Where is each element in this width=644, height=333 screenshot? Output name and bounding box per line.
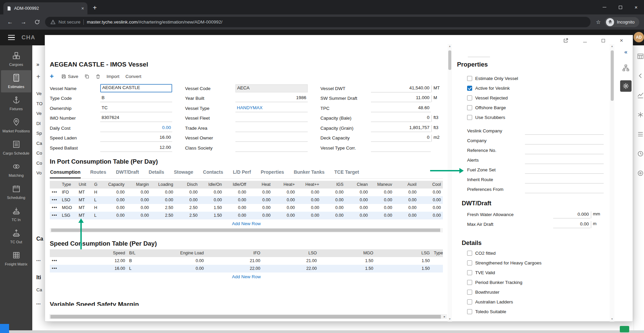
cell-type[interactable] xyxy=(432,257,443,265)
field-input[interactable] xyxy=(525,157,604,164)
field-input[interactable] xyxy=(525,137,604,144)
scroll-down-arrow[interactable]: ▼ xyxy=(449,317,451,322)
editor-tab[interactable]: Contacts xyxy=(203,168,224,178)
cell-unit[interactable]: MT xyxy=(77,189,92,196)
cell-lsg[interactable]: 1.50 xyxy=(375,265,432,273)
cell-heat-plus-plus[interactable]: 0.00 xyxy=(297,196,321,204)
field-input[interactable]: TC xyxy=(100,105,172,112)
cell-heat[interactable]: 0.00 xyxy=(248,204,272,212)
cell-idle-on[interactable]: 0.00 xyxy=(199,196,224,204)
field-input[interactable]: 0.000 xyxy=(553,211,590,218)
delete-icon[interactable] xyxy=(96,74,101,79)
cell-clean[interactable]: 0.00 xyxy=(345,189,370,196)
cell-type[interactable]: MGO xyxy=(60,204,77,212)
editor-tab[interactable]: Routes xyxy=(90,168,106,178)
cell-idle-on[interactable]: 0.00 xyxy=(199,189,224,196)
cell-capacity[interactable]: 0.00 xyxy=(102,204,126,212)
field-input[interactable] xyxy=(235,144,307,152)
add-new-row-link[interactable]: Add New Row xyxy=(50,220,443,227)
field-input[interactable] xyxy=(235,114,307,122)
field-input[interactable]: AECA xyxy=(235,84,307,92)
settings-panel-button[interactable] xyxy=(620,80,632,92)
bookmark-star-icon[interactable]: ☆ xyxy=(596,19,601,25)
cell-igs[interactable]: 0.00 xyxy=(321,189,345,196)
checkbox[interactable] xyxy=(467,309,472,314)
sidebar-item-tc-out[interactable]: TC Out xyxy=(1,225,31,248)
scroll-down-arrow[interactable]: ▼ xyxy=(611,317,613,322)
cell-lso[interactable]: 22.00 xyxy=(262,265,319,273)
checkbox-row[interactable]: Active for Veslink xyxy=(467,83,604,93)
modal-minimize-button[interactable] xyxy=(583,38,587,44)
cell-disch[interactable]: 2.50 xyxy=(175,212,199,219)
field-input[interactable]: 16.00 xyxy=(100,134,172,142)
cell-g[interactable]: L xyxy=(92,196,102,204)
cell-bl[interactable]: B xyxy=(127,257,148,265)
taskbar-app-blue[interactable] xyxy=(0,324,9,333)
copy-icon[interactable] xyxy=(84,74,89,79)
chart-icon[interactable] xyxy=(637,92,644,100)
speed-row[interactable]: ••• 12.00 B 0.00 21.00 21.00 1.50 1.50 xyxy=(50,257,443,265)
table-icon[interactable] xyxy=(637,53,644,61)
back-button[interactable]: ← xyxy=(5,17,15,28)
checkbox-row[interactable]: Use Scrubbers xyxy=(467,113,604,122)
scrollbar-thumb[interactable] xyxy=(50,315,441,319)
scroll-right-arrow[interactable]: ▸ xyxy=(442,315,447,318)
sidebar-item-matching[interactable]: Matching xyxy=(1,159,31,181)
browser-tab[interactable]: ADM-000992 × xyxy=(3,2,87,14)
field-input[interactable]: 48.60 xyxy=(371,105,431,112)
cell-clean[interactable]: 0.00 xyxy=(345,196,370,204)
cell-capacity[interactable]: 0.00 xyxy=(102,196,126,204)
field-input[interactable] xyxy=(235,134,307,142)
checkbox[interactable] xyxy=(467,260,472,265)
editor-tab[interactable]: L/D Perf xyxy=(233,168,252,178)
editor-tab[interactable]: DWT/Draft xyxy=(116,168,139,178)
cell-igs[interactable]: 0.00 xyxy=(321,204,345,212)
cell-heat-plus[interactable]: 0.00 xyxy=(272,204,297,212)
cell-cool[interactable]: 0.00 xyxy=(418,196,443,204)
checkbox[interactable] xyxy=(467,290,472,295)
cell-margin[interactable]: 0.00 xyxy=(126,196,151,204)
field-input[interactable] xyxy=(525,127,604,135)
field-input[interactable] xyxy=(525,186,604,193)
sidebar-item-scheduling[interactable]: Scheduling xyxy=(1,181,31,203)
cell-heat-plus-plus[interactable]: 0.00 xyxy=(297,189,321,196)
checkbox-row[interactable]: Toledo Suitable xyxy=(467,307,604,317)
modal-maximize-button[interactable] xyxy=(602,38,605,44)
field-input[interactable]: 8307624 xyxy=(100,114,172,122)
user-avatar[interactable]: AD xyxy=(634,32,644,42)
field-input[interactable]: B xyxy=(100,94,172,102)
cell-g[interactable]: H xyxy=(92,204,102,212)
cell-type[interactable]: LSG xyxy=(60,212,77,219)
checkbox-row[interactable]: Australian Ladders xyxy=(467,297,604,307)
cell-auxil[interactable]: 0.00 xyxy=(394,212,418,219)
cell-clean[interactable]: 0.00 xyxy=(345,204,370,212)
row-menu-icon[interactable]: ••• xyxy=(50,212,60,219)
checkbox[interactable] xyxy=(467,251,472,256)
cell-igs[interactable]: 0.00 xyxy=(321,196,345,204)
cell-idle-on[interactable]: 1.50 xyxy=(199,204,224,212)
cell-loading[interactable]: 2.50 xyxy=(151,204,175,212)
cell-heat-plus[interactable]: 0.00 xyxy=(272,189,297,196)
field-input[interactable]: 11.000 xyxy=(371,94,431,102)
cell-idle-off[interactable]: 0.00 xyxy=(224,189,248,196)
cell-maneuv[interactable]: 0.00 xyxy=(370,196,394,204)
consumption-row[interactable]: ••• IFO MT H 0.00 0.00 0.00 0.00 0.00 0.… xyxy=(50,189,443,196)
window-close-button[interactable]: × xyxy=(628,0,644,14)
cell-engine-load[interactable]: 0.00 xyxy=(148,257,206,265)
field-input[interactable] xyxy=(525,166,604,174)
cell-mgo[interactable]: 1.50 xyxy=(319,257,375,265)
cell-auxil[interactable]: 0.00 xyxy=(394,189,418,196)
cell-type[interactable] xyxy=(432,265,443,273)
scrollbar-thumb[interactable] xyxy=(51,228,440,232)
collapse-panel-icon[interactable]: « xyxy=(624,49,627,55)
cell-lsg[interactable]: 1.50 xyxy=(375,257,432,265)
add-button[interactable]: + xyxy=(50,73,55,80)
consumption-row[interactable]: ••• MGO MT H 0.00 0.00 2.50 2.50 1.50 0.… xyxy=(50,204,443,212)
window-maximize-button[interactable] xyxy=(612,0,628,14)
checkbox[interactable] xyxy=(467,280,472,285)
url-bar[interactable]: Not secure master.tyche.veslink.com/#cha… xyxy=(45,17,591,27)
cell-heat[interactable]: 0.00 xyxy=(248,212,272,219)
checkbox-row[interactable]: CO2 fitted xyxy=(467,248,604,258)
field-input[interactable]: 0 xyxy=(371,134,431,142)
cell-lso[interactable]: 21.00 xyxy=(262,257,319,265)
